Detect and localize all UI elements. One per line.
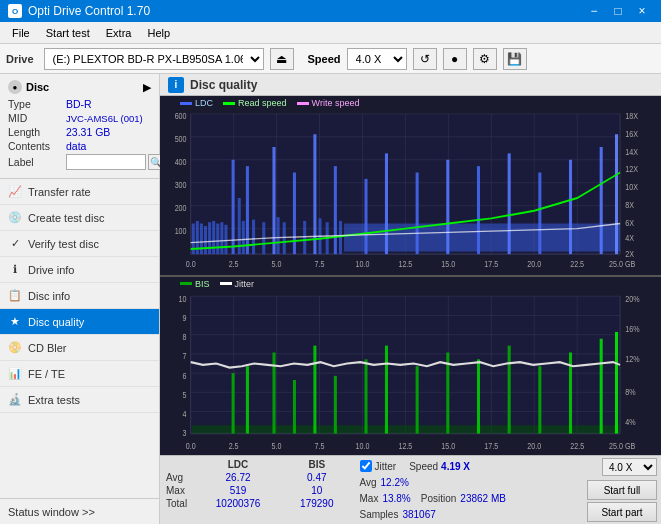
nav-disc-info[interactable]: 📋 Disc info (0, 283, 159, 309)
svg-text:5.0: 5.0 (272, 259, 282, 269)
svg-text:17.5: 17.5 (484, 259, 498, 269)
nav-section: 📈 Transfer rate 💿 Create test disc ✓ Ver… (0, 179, 159, 498)
svg-text:25.0 GB: 25.0 GB (609, 259, 635, 269)
svg-text:18X: 18X (625, 111, 638, 121)
disc-header-arrow[interactable]: ▶ (143, 81, 151, 94)
label-input[interactable] (66, 154, 146, 170)
nav-verify-test-disc-label: Verify test disc (28, 238, 99, 250)
menu-extra[interactable]: Extra (98, 25, 140, 41)
jitter-checkbox[interactable] (360, 460, 372, 472)
svg-text:600: 600 (175, 111, 187, 121)
fe-te-icon: 📊 (8, 367, 22, 381)
svg-text:10: 10 (179, 292, 187, 303)
stats-max-bis: 10 (282, 484, 351, 497)
disc-icon-button[interactable]: ● (443, 48, 467, 70)
svg-rect-23 (208, 222, 211, 254)
svg-text:10X: 10X (625, 183, 638, 193)
svg-rect-30 (242, 221, 245, 254)
nav-transfer-rate[interactable]: 📈 Transfer rate (0, 179, 159, 205)
menu-file[interactable]: File (4, 25, 38, 41)
svg-rect-24 (212, 221, 215, 254)
refresh-button[interactable]: ↺ (413, 48, 437, 70)
top-chart: LDC Read speed Write speed (160, 96, 661, 277)
svg-rect-114 (538, 366, 541, 433)
svg-rect-36 (283, 222, 286, 254)
svg-rect-45 (364, 179, 367, 254)
svg-text:500: 500 (175, 134, 187, 144)
label-label: Label (8, 156, 66, 168)
start-part-button[interactable]: Start part (587, 502, 657, 522)
status-window-button[interactable]: Status window >> (0, 498, 159, 524)
drive-select[interactable]: (E:) PLEXTOR BD-R PX-LB950SA 1.06 (44, 48, 264, 70)
svg-rect-51 (538, 173, 541, 255)
menu-start-test[interactable]: Start test (38, 25, 98, 41)
mid-value: JVC-AMS6L (001) (66, 113, 143, 124)
svg-text:100: 100 (175, 226, 187, 236)
svg-text:4%: 4% (625, 416, 636, 427)
window-controls: − □ × (583, 2, 653, 20)
svg-text:4: 4 (183, 407, 187, 418)
nav-drive-info[interactable]: ℹ Drive info (0, 257, 159, 283)
bottom-chart-svg: 10 9 8 7 6 5 4 3 20% 16% 12% 8% 4% (160, 277, 661, 456)
length-value: 23.31 GB (66, 126, 110, 138)
svg-text:20%: 20% (625, 292, 640, 303)
eject-button[interactable]: ⏏ (270, 48, 294, 70)
speed-select-stats[interactable]: 4.0 X (602, 458, 657, 476)
save-button[interactable]: 💾 (503, 48, 527, 70)
minimize-button[interactable]: − (583, 2, 605, 20)
svg-rect-21 (200, 224, 203, 255)
speed-select[interactable]: 4.0 X (347, 48, 407, 70)
close-button[interactable]: × (631, 2, 653, 20)
svg-text:3: 3 (183, 427, 187, 438)
top-chart-legend: LDC Read speed Write speed (180, 98, 359, 108)
write-speed-legend-label: Write speed (312, 98, 360, 108)
nav-create-test-disc[interactable]: 💿 Create test disc (0, 205, 159, 231)
svg-rect-105 (293, 379, 296, 433)
stats-row-max: Max 519 10 (164, 484, 352, 497)
contents-label: Contents (8, 140, 66, 152)
disc-section-title: Disc (26, 81, 49, 93)
svg-text:10.0: 10.0 (355, 439, 369, 450)
stats-avg-ldc: 26.72 (194, 471, 282, 484)
nav-fe-te-label: FE / TE (28, 368, 65, 380)
left-panel: ● Disc ▶ Type BD-R MID JVC-AMS6L (001) L… (0, 74, 160, 524)
svg-text:300: 300 (175, 180, 187, 190)
maximize-button[interactable]: □ (607, 2, 629, 20)
jitter-speed-area: Jitter Speed 4.19 X Avg 12.2% Max 13.8% … (356, 456, 552, 524)
svg-text:2.5: 2.5 (229, 439, 239, 450)
app-icon: O (8, 4, 22, 18)
svg-text:22.5: 22.5 (570, 259, 584, 269)
svg-text:7.5: 7.5 (315, 439, 325, 450)
nav-verify-test-disc[interactable]: ✓ Verify test disc (0, 231, 159, 257)
start-full-button[interactable]: Start full (587, 480, 657, 500)
svg-text:14X: 14X (625, 147, 638, 157)
stats-header-ldc: LDC (194, 458, 282, 471)
nav-cd-bler[interactable]: 📀 CD Bler (0, 335, 159, 361)
svg-text:15.0: 15.0 (441, 259, 455, 269)
nav-extra-tests[interactable]: 🔬 Extra tests (0, 387, 159, 413)
position-label: Position (421, 493, 457, 504)
svg-rect-25 (216, 224, 219, 255)
svg-rect-31 (246, 166, 249, 254)
mid-label: MID (8, 112, 66, 124)
settings-button[interactable]: ⚙ (473, 48, 497, 70)
stats-max-ldc: 519 (194, 484, 282, 497)
svg-rect-117 (615, 331, 618, 433)
svg-rect-106 (313, 345, 316, 433)
svg-text:25.0 GB: 25.0 GB (609, 439, 636, 450)
svg-rect-103 (246, 366, 249, 433)
transfer-rate-icon: 📈 (8, 185, 22, 199)
svg-text:200: 200 (175, 203, 187, 213)
stats-header-empty (164, 458, 194, 471)
jitter-legend-label: Jitter (235, 279, 255, 289)
nav-fe-te[interactable]: 📊 FE / TE (0, 361, 159, 387)
svg-rect-102 (232, 373, 235, 433)
svg-rect-116 (600, 338, 603, 433)
svg-rect-27 (224, 225, 227, 254)
svg-rect-26 (220, 222, 223, 254)
svg-text:12%: 12% (625, 353, 640, 364)
menu-help[interactable]: Help (139, 25, 178, 41)
stats-table-area: LDC BIS Avg 26.72 0.47 Max (160, 456, 356, 524)
nav-disc-quality[interactable]: ★ Disc quality (0, 309, 159, 335)
cd-bler-icon: 📀 (8, 341, 22, 355)
